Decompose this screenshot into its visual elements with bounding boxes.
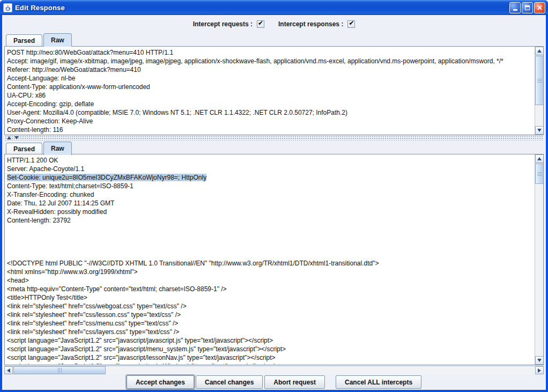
text-line: Content-length: 116 (7, 125, 534, 134)
arrow-down-icon (537, 129, 542, 132)
edit-response-window: Edit Response ✕ Intercept requests : ✔ I… (0, 0, 548, 392)
request-tab-row: ParsedRaw (4, 32, 544, 46)
text-line: <meta http-equiv="Content-Type" content=… (7, 285, 534, 293)
text-line (7, 250, 534, 259)
scrollbar-thumb[interactable] (535, 164, 544, 184)
maximize-button[interactable] (522, 2, 533, 13)
text-line: <script language="JavaScript1.2" src="ja… (7, 345, 534, 353)
scroll-up-button[interactable] (535, 47, 544, 55)
response-vertical-scrollbar[interactable] (535, 154, 543, 365)
text-line: HTTP/1.1 200 OK (7, 156, 534, 165)
intercept-requests-label: Intercept requests : (193, 20, 253, 28)
intercept-requests-group: Intercept requests : ✔ (193, 20, 264, 28)
text-line: <link rel="stylesheet" href="css/layers.… (7, 328, 534, 336)
text-line: X-Transfer-Encoding: chunked (7, 190, 534, 199)
footer-button-row: Accept changesCancel changesAbort reques… (2, 375, 546, 389)
close-icon: ✕ (537, 4, 543, 11)
scroll-up-button[interactable] (535, 154, 544, 163)
text-line: <script language="JavaScript1.2" src="ja… (7, 353, 534, 362)
abort-request-button[interactable]: Abort request (264, 375, 325, 389)
response-textarea[interactable]: HTTP/1.1 200 OKServer: Apache-Coyote/1.1… (5, 155, 534, 364)
scrollbar-thumb[interactable] (535, 56, 544, 105)
text-line (7, 225, 534, 233)
scroll-down-button[interactable] (535, 356, 544, 365)
intercept-requests-checkbox[interactable]: ✔ (257, 20, 264, 28)
split-pane-divider[interactable] (4, 136, 544, 140)
text-line: POST http://neo:80/WebGoat/attack?menu=4… (7, 48, 534, 57)
response-tab-row: ParsedRaw (4, 140, 544, 154)
selected-text: Set-Cookie: unique2u=8IO5meI3DCyZMxBFAKo… (7, 174, 206, 181)
text-line: X-RevealHidden: possibly modified (7, 208, 534, 216)
tab-raw[interactable]: Raw (43, 33, 72, 47)
text-line: UA-CPU: x86 (7, 91, 534, 100)
window-title: Edit Response (15, 4, 507, 12)
arrow-up-icon (537, 49, 542, 53)
text-line: Proxy-Connection: Keep-Alive (7, 117, 534, 125)
text-line: Accept: image/gif, image/x-xbitmap, imag… (7, 57, 534, 65)
text-line: Set-Cookie: unique2u=8IO5meI3DCyZMxBFAKo… (7, 173, 534, 182)
dialog-content: Intercept requests : ✔ Intercept respons… (2, 15, 546, 390)
scrollbar-thumb[interactable] (13, 366, 106, 374)
intercept-options-row: Intercept requests : ✔ Intercept respons… (2, 17, 546, 31)
thumb-grip-icon (537, 79, 542, 83)
text-line: Referer: http://neo/WebGoat/attack?menu=… (7, 65, 534, 74)
scroll-right-button[interactable] (535, 366, 544, 374)
text-line: <link rel="stylesheet" href="css/menu.cs… (7, 319, 534, 328)
tab-raw[interactable]: Raw (43, 142, 72, 155)
java-app-icon (3, 3, 12, 12)
intercept-responses-label: Intercept responses : (278, 20, 343, 28)
minimize-button[interactable] (509, 2, 521, 13)
maximize-icon (525, 5, 530, 10)
text-line: <script language="JavaScript1.2" src="ja… (7, 362, 534, 364)
text-line: <link rel="stylesheet" href="css/lesson.… (7, 310, 534, 319)
text-line: Accept-Language: nl-be (7, 74, 534, 83)
response-horizontal-scrollbar[interactable] (4, 366, 544, 374)
cancel-changes-button[interactable]: Cancel changes (196, 375, 263, 389)
cancel-all-intercepts-button[interactable]: Cancel ALL intercepts (336, 375, 421, 389)
collapse-up-icon[interactable] (7, 136, 11, 139)
check-icon: ✔ (349, 19, 354, 27)
window-controls: ✕ (509, 2, 545, 13)
close-button[interactable]: ✕ (534, 2, 545, 13)
text-line: Accept-Encoding: gzip, deflate (7, 100, 534, 108)
accept-changes-button[interactable]: Accept changes (127, 375, 194, 389)
text-line: <script language="JavaScript1.2" src="ja… (7, 336, 534, 345)
titlebar[interactable]: Edit Response ✕ (0, 0, 548, 15)
arrow-up-icon (537, 157, 542, 160)
tab-parsed[interactable]: Parsed (6, 34, 42, 46)
text-line: <head> (7, 276, 534, 285)
text-line: <link rel="stylesheet" href="css/webgoat… (7, 302, 534, 310)
request-textarea[interactable]: POST http://neo:80/WebGoat/attack?menu=4… (5, 47, 534, 134)
scroll-left-button[interactable] (4, 366, 13, 374)
text-line: Server: Apache-Coyote/1.1 (7, 165, 534, 173)
arrow-right-icon (538, 368, 541, 373)
text-line: Content-Type: application/x-www-form-url… (7, 83, 534, 91)
text-line: Date: Thu, 12 Jul 2007 11:14:25 GMT (7, 199, 534, 208)
text-line (7, 242, 534, 250)
scroll-down-button[interactable] (535, 126, 544, 135)
text-line: Content-length: 23792 (7, 216, 534, 225)
text-line: User-Agent: Mozilla/4.0 (compatible; MSI… (7, 108, 534, 117)
collapse-down-icon[interactable] (14, 136, 19, 139)
arrow-left-icon (7, 368, 10, 373)
text-line: Content-Type: text/html;charset=ISO-8859… (7, 182, 534, 190)
request-vertical-scrollbar[interactable] (535, 47, 543, 135)
intercept-responses-checkbox[interactable]: ✔ (347, 20, 355, 28)
thumb-grip-icon (537, 172, 542, 176)
text-line (7, 233, 534, 242)
text-line: <title>HTTPOnly Test</title> (7, 293, 534, 302)
tab-parsed[interactable]: Parsed (6, 143, 42, 154)
text-line: <!DOCTYPE html PUBLIC "-//W3C//DTD XHTML… (7, 259, 534, 268)
minimize-icon (513, 9, 517, 11)
check-icon: ✔ (258, 19, 263, 27)
text-line: <html xmlns="http://www.w3.org/1999/xhtm… (7, 268, 534, 276)
arrow-down-icon (537, 359, 542, 362)
request-editor-viewport: POST http://neo:80/WebGoat/attack?menu=4… (4, 46, 544, 135)
response-editor-viewport: HTTP/1.1 200 OKServer: Apache-Coyote/1.1… (4, 154, 544, 365)
intercept-responses-group: Intercept responses : ✔ (278, 20, 355, 28)
thumb-grip-icon (58, 368, 62, 373)
